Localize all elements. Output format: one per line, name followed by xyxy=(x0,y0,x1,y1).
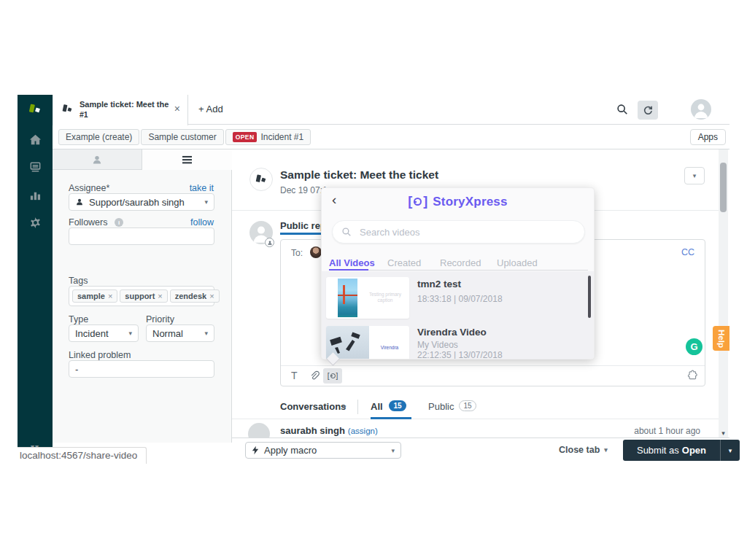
ticket-tab-icon xyxy=(61,103,74,118)
tags-input[interactable]: sample× support× zendesk× xyxy=(69,286,214,306)
chevron-down-icon: ▾ xyxy=(693,172,697,179)
app-shortcut-icon[interactable] xyxy=(686,369,698,384)
recipient-avatar[interactable] xyxy=(310,246,322,258)
tag-chip[interactable]: sample× xyxy=(72,289,117,303)
follow-link[interactable]: follow xyxy=(190,217,214,228)
remove-tag-icon[interactable]: × xyxy=(158,292,162,300)
entry-action-link[interactable]: (assign) xyxy=(348,427,378,435)
video-thumbnail[interactable]: Testing primary caption xyxy=(326,277,409,319)
take-it-link[interactable]: take it xyxy=(190,183,214,193)
breadcrumb-item-incident[interactable]: OPEN Incident #1 xyxy=(225,129,311,145)
attachment-icon[interactable] xyxy=(309,369,320,385)
assignee-select[interactable]: Support/saurabh singh ▾ xyxy=(69,193,214,211)
conversations-dropdown[interactable]: Conversations xyxy=(280,401,346,412)
video-title[interactable]: tmn2 test xyxy=(417,279,461,289)
info-icon[interactable]: i xyxy=(115,218,123,227)
close-tab-icon[interactable]: × xyxy=(174,103,180,114)
remove-tag-icon[interactable]: × xyxy=(209,292,214,300)
search-videos-input[interactable] xyxy=(358,226,562,238)
cc-link[interactable]: CC xyxy=(681,247,694,257)
ticket-channel-icon xyxy=(249,168,273,191)
composer-toolbar: T [] xyxy=(281,365,705,386)
tab-all-videos[interactable]: All Videos xyxy=(329,257,375,268)
sidebar: ▾▾ xyxy=(18,95,53,451)
tab-public[interactable]: Public xyxy=(428,401,454,412)
priority-label: Priority xyxy=(146,314,174,324)
page-title: Sample ticket: Meet the ticket xyxy=(280,168,438,182)
person-icon xyxy=(91,154,103,166)
video-search[interactable] xyxy=(332,220,585,244)
breadcrumb-item-customer[interactable]: Sample customer xyxy=(141,129,223,145)
scrollbar-thumb[interactable] xyxy=(720,163,727,212)
tags-label: Tags xyxy=(69,276,88,286)
video-thumbnail-image xyxy=(338,279,357,317)
person-icon xyxy=(75,198,84,206)
tab-all[interactable]: All xyxy=(371,401,383,412)
video-list: Testing primary caption tmn2 test 18:33:… xyxy=(322,271,595,359)
tab-requester[interactable] xyxy=(53,149,142,170)
close-tab-dropdown[interactable]: Close tab ▾ xyxy=(559,445,608,455)
tag-chip[interactable]: support× xyxy=(120,289,167,303)
search-icon[interactable] xyxy=(616,103,629,116)
breadcrumb-bar: Example (create) Sample customer OPEN In… xyxy=(53,125,729,149)
chevron-down-icon: ▾ xyxy=(204,330,208,337)
storyxpress-video-button[interactable]: [] xyxy=(323,368,342,384)
followers-label: Followers xyxy=(69,217,108,228)
priority-select[interactable]: Normal ▾ xyxy=(146,324,214,342)
chevron-down-icon: ▾ xyxy=(604,446,608,454)
page: ▾▾ Sample ticket: Meet the ti... #1 × + … xyxy=(0,0,747,560)
video-meta: 18:33:18 | 09/07/2018 xyxy=(417,294,503,304)
submit-options-chevron-icon[interactable]: ▾ xyxy=(721,440,740,461)
linked-problem-input[interactable]: - xyxy=(69,360,214,378)
grammarly-icon[interactable]: G xyxy=(686,338,703,355)
tab-uploaded[interactable]: Uploaded xyxy=(497,257,538,268)
user-avatar[interactable] xyxy=(691,99,711,120)
home-icon[interactable] xyxy=(28,132,42,147)
all-tab-underline xyxy=(371,417,411,419)
type-select[interactable]: Incident ▾ xyxy=(69,324,139,342)
open-ticket-tab[interactable]: Sample ticket: Meet the ti... #1 × xyxy=(53,95,188,125)
type-label: Type xyxy=(69,314,88,324)
views-icon[interactable] xyxy=(28,160,42,174)
zendesk-logo-icon[interactable] xyxy=(28,102,42,117)
video-folder: My Videos xyxy=(417,340,458,350)
apps-button[interactable]: Apps xyxy=(690,129,726,145)
chevron-down-icon: ▾ xyxy=(128,330,132,337)
popup-scrollbar-thumb[interactable] xyxy=(588,276,591,318)
followers-input[interactable] xyxy=(69,228,214,245)
tab-recorded[interactable]: Recorded xyxy=(440,257,481,268)
breadcrumb-item-example[interactable]: Example (create) xyxy=(58,129,139,145)
reports-icon[interactable] xyxy=(28,187,42,202)
divider xyxy=(357,400,358,414)
breadcrumb: Example (create) Sample customer OPEN In… xyxy=(58,129,311,145)
refresh-icon[interactable] xyxy=(638,101,658,120)
macro-lightning-icon xyxy=(252,446,259,455)
ticket-timestamp: Dec 19 07:1 xyxy=(280,185,328,195)
status-badge: OPEN xyxy=(233,132,258,142)
add-tab-button[interactable]: + Add xyxy=(198,104,223,114)
submit-button[interactable]: Submit asOpen ▾ xyxy=(623,440,740,461)
search-icon xyxy=(341,227,352,237)
text-format-icon[interactable]: T xyxy=(291,370,298,381)
apply-macro-select[interactable]: Apply macro ▾ xyxy=(245,442,401,459)
main-scrollbar[interactable]: ▾ xyxy=(719,149,728,438)
conversations-bar: Conversations ▾ All 15 Public 15 xyxy=(232,396,719,419)
scrollbar-down-arrow[interactable]: ▾ xyxy=(719,429,728,437)
settings-gear-icon[interactable] xyxy=(28,215,42,230)
video-thumbnail[interactable]: Virendra xyxy=(326,326,409,359)
end-user-badge-icon xyxy=(265,238,274,247)
help-tab[interactable]: Help xyxy=(713,326,729,351)
storyxpress-brand: [] StoryXpress xyxy=(322,194,594,209)
to-label: To: xyxy=(291,248,303,258)
active-tab-underline xyxy=(329,269,368,271)
tab-ticket-fields[interactable] xyxy=(142,149,232,170)
ticket-options-button[interactable]: ▾ xyxy=(684,167,705,184)
video-title[interactable]: Virendra Video xyxy=(417,327,487,338)
ticket-footer: Apply macro ▾ Close tab ▾ Submit asOpen … xyxy=(232,438,729,462)
tab-created[interactable]: Created xyxy=(387,257,421,268)
zendesk-window: ▾▾ Sample ticket: Meet the ti... #1 × + … xyxy=(18,95,729,462)
video-meta: 22:12:35 | 13/07/2018 xyxy=(417,350,503,359)
linked-problem-label: Linked problem xyxy=(69,350,131,360)
tag-chip[interactable]: zendesk× xyxy=(170,289,220,303)
remove-tag-icon[interactable]: × xyxy=(108,292,112,300)
